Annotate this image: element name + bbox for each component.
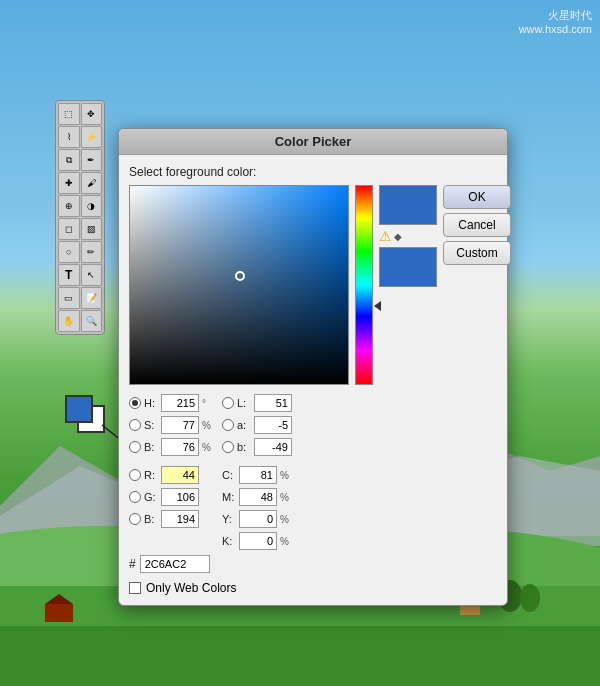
tool-row-10: ✋ 🔍: [58, 310, 102, 332]
tool-marquee-rect[interactable]: ⬚: [58, 103, 80, 125]
svg-rect-5: [0, 626, 600, 686]
spacer1: [129, 459, 212, 463]
color-preview-new: [379, 185, 437, 225]
spacer2: [222, 459, 292, 463]
tool-move[interactable]: ✥: [81, 103, 103, 125]
tool-dodge[interactable]: ○: [58, 241, 80, 263]
b2-radio[interactable]: [129, 513, 141, 525]
tool-brush[interactable]: 🖌: [81, 172, 103, 194]
l-row: L:: [222, 393, 292, 413]
web-colors-checkbox[interactable]: [129, 582, 141, 594]
color-preview-old: [379, 247, 437, 287]
tool-row-1: ⬚ ✥: [58, 103, 102, 125]
tool-row-4: ✚ 🖌: [58, 172, 102, 194]
web-colors-label: Only Web Colors: [146, 581, 236, 595]
hex-row: #: [129, 555, 497, 573]
dialog-title: Color Picker: [119, 129, 507, 155]
b-input[interactable]: [161, 438, 199, 456]
r-radio[interactable]: [129, 469, 141, 481]
toolbar: ⬚ ✥ ⌇ ⚡ ⧉ ✒ ✚ 🖌 ⊕ ◑ ◻ ▨ ○ ✏ T ↖ ▭ 📝 ✋ 🔍: [55, 100, 105, 335]
h-radio[interactable]: [129, 397, 141, 409]
tool-row-5: ⊕ ◑: [58, 195, 102, 217]
h-row: H: °: [129, 393, 212, 413]
svg-rect-6: [45, 604, 73, 622]
tool-row-9: ▭ 📝: [58, 287, 102, 309]
s-radio[interactable]: [129, 419, 141, 431]
watermark-line1: 火星时代: [519, 8, 592, 23]
s-row: S: %: [129, 415, 212, 435]
b2-input[interactable]: [161, 510, 199, 528]
b2-row: B:: [129, 509, 212, 529]
tool-healing[interactable]: ✚: [58, 172, 80, 194]
tool-shape[interactable]: ▭: [58, 287, 80, 309]
tool-eraser[interactable]: ◻: [58, 218, 80, 240]
tool-row-3: ⧉ ✒: [58, 149, 102, 171]
blab-input[interactable]: [254, 438, 292, 456]
hue-slider[interactable]: [355, 185, 373, 385]
ok-button[interactable]: OK: [443, 185, 511, 209]
h-input[interactable]: [161, 394, 199, 412]
tool-gradient[interactable]: ▨: [81, 218, 103, 240]
cancel-button[interactable]: Cancel: [443, 213, 511, 237]
k-row: K: %: [222, 531, 292, 551]
y-row: Y: %: [222, 509, 292, 529]
svg-point-11: [520, 584, 540, 612]
hue-slider-container: [355, 185, 373, 385]
tool-path-select[interactable]: ↖: [81, 264, 103, 286]
a-radio[interactable]: [222, 419, 234, 431]
dialog-buttons: OK Cancel Custom: [443, 185, 511, 265]
tool-notes[interactable]: 📝: [81, 287, 103, 309]
l-radio[interactable]: [222, 397, 234, 409]
tool-row-8: T ↖: [58, 264, 102, 286]
tool-type[interactable]: T: [58, 264, 80, 286]
c-input[interactable]: [239, 466, 277, 484]
b-radio[interactable]: [129, 441, 141, 453]
hue-arrow: [374, 301, 381, 311]
g-radio[interactable]: [129, 491, 141, 503]
l-input[interactable]: [254, 394, 292, 412]
tool-row-2: ⌇ ⚡: [58, 126, 102, 148]
a-row: a:: [222, 415, 292, 435]
hex-input[interactable]: [140, 555, 210, 573]
tool-zoom[interactable]: 🔍: [81, 310, 103, 332]
custom-button[interactable]: Custom: [443, 241, 511, 265]
m-input[interactable]: [239, 488, 277, 506]
dialog-header-label: Select foreground color:: [129, 165, 497, 179]
tool-history[interactable]: ◑: [81, 195, 103, 217]
tool-lasso[interactable]: ⌇: [58, 126, 80, 148]
a-input[interactable]: [254, 416, 292, 434]
tool-pen[interactable]: ✏: [81, 241, 103, 263]
watermark-line2: www.hxsd.com: [519, 23, 592, 35]
tool-eyedropper[interactable]: ✒: [81, 149, 103, 171]
g-input[interactable]: [161, 488, 199, 506]
tool-hand[interactable]: ✋: [58, 310, 80, 332]
color-gradient-picker[interactable]: [129, 185, 349, 385]
gamut-icon[interactable]: ◆: [394, 231, 402, 242]
color-preview-area: ⚠ ◆: [379, 185, 437, 287]
y-input[interactable]: [239, 510, 277, 528]
warning-icon[interactable]: ⚠: [379, 228, 392, 244]
foreground-color-box[interactable]: [65, 395, 93, 423]
watermark: 火星时代 www.hxsd.com: [519, 8, 592, 35]
web-colors-row: Only Web Colors: [129, 581, 497, 595]
warning-row: ⚠ ◆: [379, 228, 437, 244]
blab-row: b:: [222, 437, 292, 457]
right-values: L: a: b: C:: [222, 393, 292, 551]
color-values-section: H: ° S: % B: %: [129, 393, 497, 551]
s-input[interactable]: [161, 416, 199, 434]
gradient-cursor: [235, 271, 245, 281]
b-row: B: %: [129, 437, 212, 457]
c-row: C: %: [222, 465, 292, 485]
tool-crop[interactable]: ⧉: [58, 149, 80, 171]
tool-magic-wand[interactable]: ⚡: [81, 126, 103, 148]
color-picker-dialog: Color Picker Select foreground color: ⚠ …: [118, 128, 508, 606]
dialog-body: Select foreground color: ⚠ ◆: [119, 155, 507, 605]
blab-radio[interactable]: [222, 441, 234, 453]
r-row: R:: [129, 465, 212, 485]
g-row: G:: [129, 487, 212, 507]
r-input[interactable]: [161, 466, 199, 484]
tool-clone[interactable]: ⊕: [58, 195, 80, 217]
m-row: M: %: [222, 487, 292, 507]
k-input[interactable]: [239, 532, 277, 550]
hash-symbol: #: [129, 557, 136, 571]
